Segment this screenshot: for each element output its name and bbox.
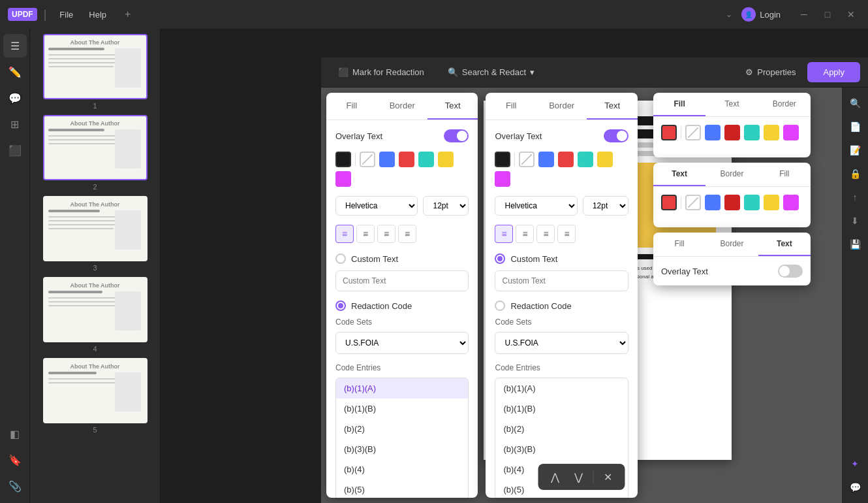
prop-tab-3-fill[interactable]: Fill bbox=[653, 233, 705, 256]
right-icon-download[interactable]: ⬇ bbox=[845, 210, 865, 231]
panel2-overlay-toggle[interactable] bbox=[604, 129, 628, 142]
properties-button[interactable]: ⚙ Properties bbox=[739, 63, 802, 81]
panel2-align-justify[interactable]: ≡ bbox=[557, 225, 576, 243]
prop2-color-darkred[interactable] bbox=[724, 195, 740, 210]
prop2-color-none[interactable] bbox=[685, 195, 701, 210]
minimize-button[interactable]: ─ bbox=[795, 5, 813, 24]
right-icon-ai[interactable]: ✦ bbox=[845, 453, 865, 474]
new-tab-button[interactable]: + bbox=[119, 6, 136, 23]
panel1-tab-text[interactable]: Text bbox=[427, 93, 478, 120]
panel2-color-black[interactable] bbox=[495, 152, 510, 167]
panel1-entry-b11b[interactable]: (b)(1)(B) bbox=[336, 398, 468, 419]
panel2-redaction-code-radio[interactable] bbox=[495, 300, 505, 311]
sidebar-icon-edit[interactable]: ✏️ bbox=[3, 60, 27, 84]
right-icon-share[interactable]: ↑ bbox=[845, 187, 865, 208]
right-icon-pdf[interactable]: 📝 bbox=[845, 140, 865, 161]
prop2-color-yellow[interactable] bbox=[764, 195, 779, 210]
prop2-color-teal[interactable] bbox=[744, 195, 760, 210]
menu-file[interactable]: File bbox=[53, 7, 80, 22]
sidebar-icon-bookmark[interactable]: 🔖 bbox=[3, 448, 27, 472]
search-redact-button[interactable]: 🔍 Search & Redact ▾ bbox=[439, 63, 544, 81]
color-swatch-blue[interactable] bbox=[379, 152, 395, 167]
color-swatch-red[interactable] bbox=[399, 152, 414, 167]
thumbnail-1[interactable]: About The Author 1 bbox=[35, 34, 155, 110]
thumbnail-5[interactable]: About The Author 5 bbox=[35, 358, 155, 434]
prop1-color-teal[interactable] bbox=[744, 125, 760, 140]
prop-tab-2-text[interactable]: Text bbox=[653, 163, 705, 186]
prop1-color-red[interactable] bbox=[661, 125, 677, 140]
prop-tab-2-fill[interactable]: Fill bbox=[758, 163, 811, 186]
prop1-color-yellow[interactable] bbox=[764, 125, 779, 140]
panel1-entry-b11a[interactable]: (b)(1)(A) bbox=[336, 378, 468, 398]
prop-tab-1-text[interactable]: Text bbox=[705, 93, 758, 116]
prop1-color-none[interactable] bbox=[685, 125, 701, 140]
color-swatch-teal[interactable] bbox=[418, 152, 434, 167]
sidebar-icon-pages[interactable]: ☰ bbox=[3, 34, 27, 57]
panel1-custom-text-radio[interactable] bbox=[335, 253, 346, 264]
prop2-color-blue[interactable] bbox=[705, 195, 721, 210]
panel1-tab-fill[interactable]: Fill bbox=[326, 93, 377, 120]
panel2-tab-text[interactable]: Text bbox=[587, 93, 637, 120]
panel1-entry-b4[interactable]: (b)(4) bbox=[336, 459, 468, 479]
prop2-color-purple[interactable] bbox=[783, 195, 799, 210]
panel2-font-select[interactable]: Helvetica bbox=[495, 196, 577, 216]
panel2-align-left[interactable]: ≡ bbox=[495, 225, 513, 243]
right-icon-lock[interactable]: 🔒 bbox=[845, 163, 865, 184]
panel2-color-none[interactable] bbox=[519, 152, 535, 167]
prop-tab-1-border[interactable]: Border bbox=[758, 93, 811, 116]
close-button[interactable]: ✕ bbox=[842, 5, 860, 24]
panel2-align-center[interactable]: ≡ bbox=[516, 225, 534, 243]
panel1-entry-b2[interactable]: (b)(2) bbox=[336, 419, 468, 439]
maximize-button[interactable]: □ bbox=[818, 5, 837, 24]
nav-up-icon[interactable]: ⋀ bbox=[546, 468, 565, 486]
panel2-align-right[interactable]: ≡ bbox=[536, 225, 555, 243]
right-icon-search[interactable]: 🔍 bbox=[845, 93, 865, 114]
panel2-color-teal[interactable] bbox=[578, 152, 593, 167]
window-menu-chevron[interactable]: ⌄ bbox=[723, 7, 735, 22]
align-center-btn[interactable]: ≡ bbox=[356, 225, 375, 243]
panel2-custom-text-input[interactable] bbox=[495, 270, 628, 291]
thumbnail-3[interactable]: About The Author 3 bbox=[35, 196, 155, 272]
panel1-overlay-toggle[interactable] bbox=[444, 129, 469, 142]
panel1-entry-b3b[interactable]: (b)(3)(B) bbox=[336, 439, 468, 459]
mark-for-redaction-button[interactable]: ⬛ Mark for Redaction bbox=[329, 63, 433, 81]
thumbnail-2[interactable]: About The Author 2 bbox=[35, 115, 155, 191]
panel1-redaction-code-radio[interactable] bbox=[335, 300, 346, 311]
color-swatch-none[interactable] bbox=[360, 152, 375, 167]
prop1-color-purple[interactable] bbox=[783, 125, 799, 140]
panel2-color-blue[interactable] bbox=[538, 152, 554, 167]
panel2-color-yellow[interactable] bbox=[597, 152, 613, 167]
prop1-color-darkred[interactable] bbox=[724, 125, 740, 140]
panel1-entry-b5[interactable]: (b)(5) bbox=[336, 479, 468, 498]
color-swatch-black-selected[interactable] bbox=[335, 152, 351, 167]
align-left-btn[interactable]: ≡ bbox=[335, 225, 354, 243]
panel2-entry-b11a[interactable]: (b)(1)(A) bbox=[495, 378, 627, 398]
panel1-code-sets-select[interactable]: U.S.FOIA bbox=[335, 332, 469, 354]
prop-tab-3-border[interactable]: Border bbox=[705, 233, 758, 256]
prop-panel-3-overlay-toggle[interactable] bbox=[778, 265, 803, 278]
nav-down-icon[interactable]: ⋁ bbox=[570, 468, 588, 486]
nav-close-icon[interactable]: ✕ bbox=[599, 468, 617, 486]
sidebar-icon-attach[interactable]: 📎 bbox=[3, 474, 27, 498]
panel2-entry-b3b[interactable]: (b)(3)(B) bbox=[495, 439, 627, 459]
prop-tab-3-text[interactable]: Text bbox=[758, 233, 811, 256]
panel1-custom-text-input[interactable] bbox=[335, 270, 469, 291]
prop1-color-blue[interactable] bbox=[705, 125, 721, 140]
panel2-entry-b11b[interactable]: (b)(1)(B) bbox=[495, 398, 627, 419]
right-icon-save-pdf[interactable]: 📄 bbox=[845, 116, 865, 137]
sidebar-icon-organize[interactable]: ⊞ bbox=[3, 112, 27, 136]
panel2-tab-fill[interactable]: Fill bbox=[486, 93, 536, 120]
color-swatch-purple[interactable] bbox=[335, 171, 351, 187]
sidebar-icon-redact[interactable]: ⬛ bbox=[3, 138, 27, 162]
panel1-size-select[interactable]: 12pt bbox=[423, 196, 469, 216]
panel2-entry-b2[interactable]: (b)(2) bbox=[495, 419, 627, 439]
align-justify-btn[interactable]: ≡ bbox=[398, 225, 416, 243]
prop-tab-2-border[interactable]: Border bbox=[705, 163, 758, 186]
prop2-color-red[interactable] bbox=[661, 195, 677, 210]
panel2-size-select[interactable]: 12pt bbox=[583, 196, 628, 216]
panel2-code-sets-select[interactable]: U.S.FOIA bbox=[495, 332, 628, 354]
login-button[interactable]: 👤 Login bbox=[741, 7, 781, 22]
panel2-color-red[interactable] bbox=[558, 152, 574, 167]
align-right-btn[interactable]: ≡ bbox=[377, 225, 395, 243]
panel2-custom-text-radio[interactable] bbox=[495, 253, 505, 264]
